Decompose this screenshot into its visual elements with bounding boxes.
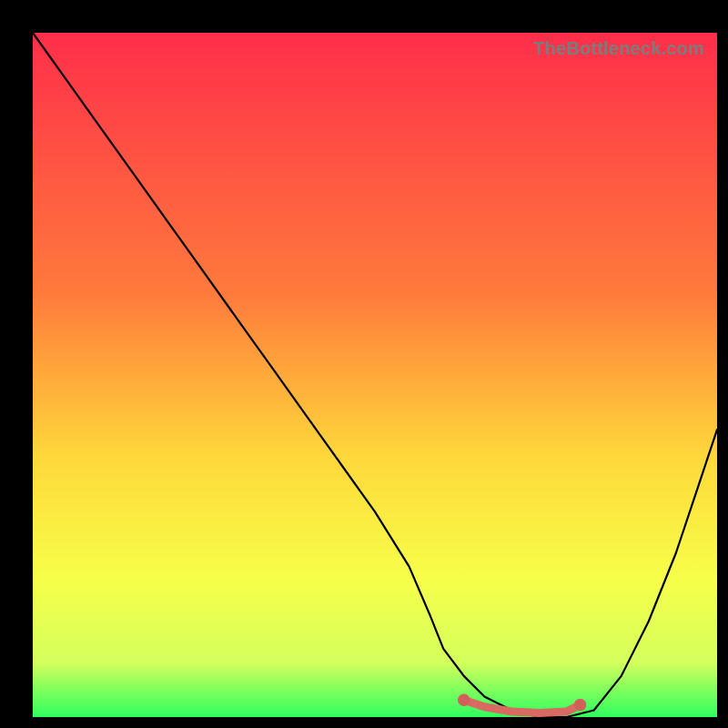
plot-area: TheBottleneck.com: [33, 33, 717, 717]
mismatch-curve: [33, 33, 717, 717]
chart-curves: [33, 33, 717, 717]
optimal-range-start-dot: [458, 693, 470, 706]
optimal-range-end-dot: [574, 699, 587, 712]
chart-frame: TheBottleneck.com: [11, 11, 717, 717]
optimal-range-marker: [464, 700, 581, 713]
watermark-label: TheBottleneck.com: [533, 38, 704, 59]
